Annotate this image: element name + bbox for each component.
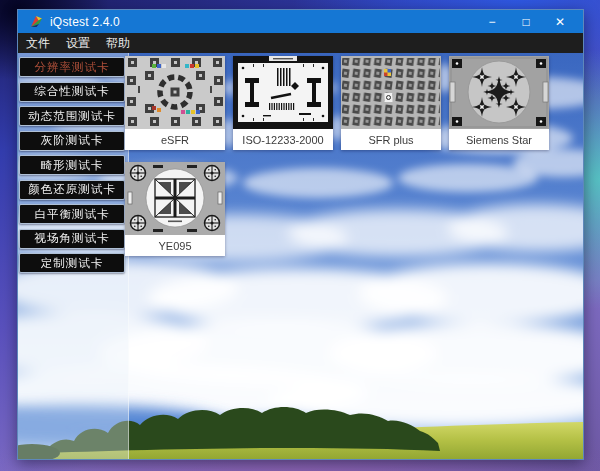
esfr-chart-thumbnail	[125, 56, 225, 129]
card-siemens-star[interactable]: Siemens Star	[449, 56, 549, 150]
card-iso-12233-2000[interactable]: ISO-12233-2000	[233, 56, 333, 150]
sidebar-item-resolution-chart[interactable]: 分辨率测试卡	[19, 57, 125, 77]
minimize-button[interactable]: −	[475, 10, 509, 33]
sidebar-item-field-of-view-chart[interactable]: 视场角测试卡	[19, 229, 125, 249]
sidebar-item-color-reproduction-chart[interactable]: 颜色还原测试卡	[19, 180, 125, 200]
sfrplus-chart-thumbnail	[341, 56, 441, 129]
app-window: iQstest 2.4.0 − □ ✕ 文件 设置 帮助	[17, 9, 584, 460]
chart-gallery-row-1: eSFR	[125, 56, 565, 150]
chart-gallery: eSFR	[125, 56, 565, 256]
sidebar-item-comprehensive-chart[interactable]: 综合性测试卡	[19, 82, 125, 102]
sidebar-item-custom-chart[interactable]: 定制测试卡	[19, 253, 125, 273]
window-controls: − □ ✕	[475, 10, 583, 33]
window-title: iQstest 2.4.0	[50, 15, 475, 29]
iso12233-chart-thumbnail	[233, 56, 333, 129]
sidebar-item-white-balance-chart[interactable]: 白平衡测试卡	[19, 204, 125, 224]
chart-gallery-row-2: YE095	[125, 162, 565, 256]
app-logo-icon	[30, 15, 43, 28]
card-label: ISO-12233-2000	[233, 129, 333, 150]
menu-bar: 文件 设置 帮助	[18, 33, 583, 53]
desktop-background: iQstest 2.4.0 − □ ✕ 文件 设置 帮助	[0, 0, 600, 471]
menu-item-settings[interactable]: 设置	[58, 35, 98, 52]
card-label: eSFR	[125, 129, 225, 150]
card-sfr-plus[interactable]: SFR plus	[341, 56, 441, 150]
sidebar: 分辨率测试卡 综合性测试卡 动态范围测试卡 灰阶测试卡 畸形测试卡 颜色还原测试…	[19, 57, 125, 278]
card-label: YE095	[125, 235, 225, 256]
maximize-button[interactable]: □	[509, 10, 543, 33]
menu-item-help[interactable]: 帮助	[98, 35, 138, 52]
title-bar: iQstest 2.4.0 − □ ✕	[18, 10, 583, 33]
close-button[interactable]: ✕	[543, 10, 577, 33]
ye095-chart-thumbnail	[125, 162, 225, 235]
card-label: Siemens Star	[449, 129, 549, 150]
sidebar-item-dynamic-range-chart[interactable]: 动态范围测试卡	[19, 106, 125, 126]
card-ye095[interactable]: YE095	[125, 162, 225, 256]
sidebar-item-distortion-chart[interactable]: 畸形测试卡	[19, 155, 125, 175]
menu-item-file[interactable]: 文件	[18, 35, 58, 52]
card-esfr[interactable]: eSFR	[125, 56, 225, 150]
client-area: 分辨率测试卡 综合性测试卡 动态范围测试卡 灰阶测试卡 畸形测试卡 颜色还原测试…	[18, 53, 583, 459]
siemens-star-chart-thumbnail	[449, 56, 549, 129]
card-label: SFR plus	[341, 129, 441, 150]
sidebar-item-grayscale-chart[interactable]: 灰阶测试卡	[19, 131, 125, 151]
